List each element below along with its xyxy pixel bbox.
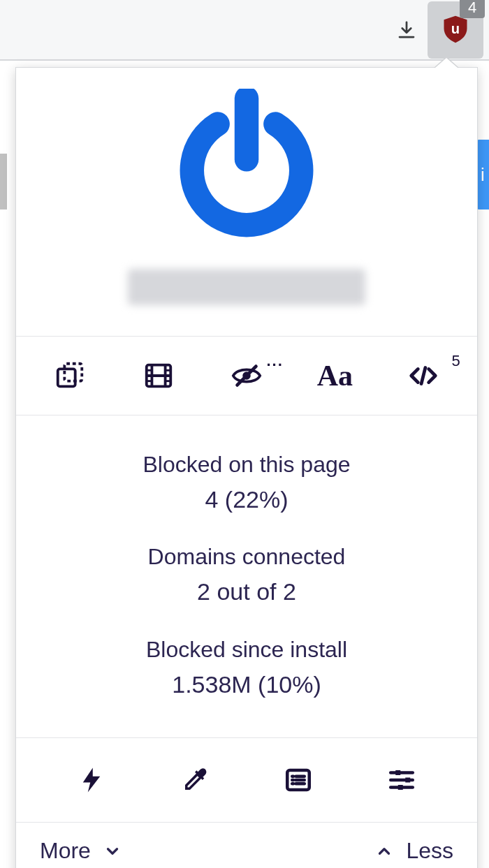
- block-popups-button[interactable]: [30, 355, 110, 397]
- stat-value: 1.538M (10%): [30, 668, 463, 702]
- chevron-down-icon: [103, 842, 122, 860]
- svg-text:u: u: [451, 21, 460, 36]
- font-icon: Aa: [317, 359, 353, 392]
- block-media-button[interactable]: [119, 355, 198, 397]
- downloads-button[interactable]: [386, 5, 428, 55]
- svg-rect-26: [405, 778, 410, 783]
- ublock-extension-button[interactable]: u 4: [428, 1, 483, 59]
- stats-section: Blocked on this page 4 (22%) Domains con…: [16, 415, 477, 737]
- sliders-icon: [387, 765, 416, 795]
- list-box-icon: [284, 765, 313, 795]
- more-less-row: More Less: [16, 822, 477, 868]
- stat-label: Domains connected: [30, 541, 463, 573]
- stat-label: Blocked on this page: [30, 449, 463, 480]
- svg-rect-2: [58, 369, 75, 386]
- open-dashboard-button[interactable]: [365, 759, 439, 801]
- eye-slash-icon: [231, 360, 263, 392]
- stat-value: 4 (22%): [30, 483, 463, 517]
- background-page-fragment-left: [0, 154, 7, 209]
- power-icon: [166, 89, 327, 249]
- code-icon: [407, 360, 439, 392]
- background-page-fragment-right: i: [476, 140, 489, 209]
- svg-line-14: [421, 368, 425, 384]
- element-picker-button[interactable]: [158, 759, 233, 801]
- less-label: Less: [406, 838, 453, 864]
- current-site-hostname-redacted: [128, 269, 365, 305]
- chevron-up-icon: [375, 842, 393, 860]
- stat-label: Blocked since install: [30, 634, 463, 665]
- block-fonts-button[interactable]: Aa: [295, 355, 374, 397]
- svg-rect-25: [395, 770, 400, 775]
- stat-blocked-page: Blocked on this page 4 (22%): [30, 449, 463, 516]
- download-icon: [396, 18, 417, 42]
- scripts-count: 5: [451, 352, 460, 370]
- less-button[interactable]: Less: [375, 838, 453, 864]
- tool-row-bottom: [16, 737, 477, 822]
- popups-icon: [54, 360, 86, 392]
- ellipsis-icon: ···: [267, 356, 284, 374]
- stat-value: 2 out of 2: [30, 575, 463, 609]
- lightning-icon: [77, 765, 106, 795]
- film-icon: [143, 360, 175, 392]
- eyedropper-icon: [180, 765, 210, 795]
- stat-blocked-install: Blocked since install 1.538M (10%): [30, 634, 463, 701]
- stat-domains-connected: Domains connected 2 out of 2: [30, 541, 463, 608]
- ublock-shield-icon: u: [440, 13, 471, 47]
- tool-row-top: ··· Aa 5: [16, 336, 477, 415]
- extension-badge: 4: [460, 0, 485, 18]
- svg-rect-3: [65, 364, 82, 381]
- block-scripts-button[interactable]: 5: [384, 355, 463, 397]
- zap-element-button[interactable]: [54, 759, 129, 801]
- cosmetic-filtering-button[interactable]: ···: [207, 355, 286, 397]
- more-button[interactable]: More: [40, 838, 122, 864]
- open-logger-button[interactable]: [261, 759, 336, 801]
- svg-rect-27: [398, 785, 403, 790]
- ublock-popup: ··· Aa 5 Blocked on this page 4 (22%) Do…: [15, 67, 478, 868]
- more-label: More: [40, 838, 91, 864]
- power-button[interactable]: [16, 83, 477, 252]
- browser-toolbar: u 4: [0, 0, 489, 61]
- power-section: [16, 68, 477, 336]
